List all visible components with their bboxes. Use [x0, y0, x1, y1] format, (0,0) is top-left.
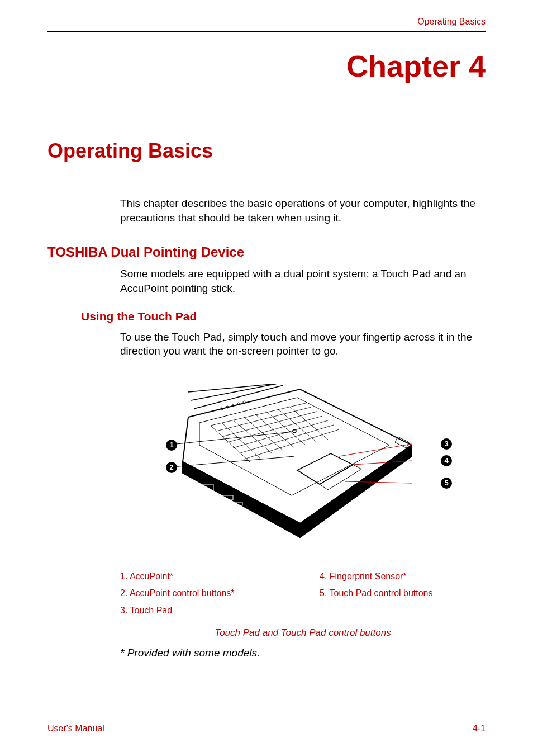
footnote-text: * Provided with some models. [120, 647, 486, 659]
subsubsection-title: Using the Touch Pad [81, 310, 486, 323]
page-footer: User's Manual 4-1 [47, 719, 486, 734]
section-intro-text: This chapter describes the basic operati… [120, 196, 486, 225]
subsubsection-text: To use the Touch Pad, simply touch and m… [120, 330, 486, 358]
footer-manual-name: User's Manual [47, 724, 104, 734]
callout-marker-1: 1 [166, 440, 177, 451]
section-title: Operating Basics [47, 139, 486, 163]
legend-item-1: 1. AccuPoint* [120, 568, 286, 585]
chapter-title: Chapter 4 [47, 49, 486, 83]
laptop-illustration-icon [166, 384, 412, 551]
callout-marker-4: 4 [441, 455, 452, 466]
legend-item-3: 3. Touch Pad [120, 602, 286, 619]
footer-page-number: 4-1 [473, 724, 486, 734]
legend-item-5: 5. Touch Pad control buttons [320, 585, 486, 602]
legend-item-2: 2. AccuPoint control buttons* [120, 585, 286, 602]
laptop-diagram: 1 2 3 4 5 [120, 384, 458, 557]
page-header: Operating Basics [47, 17, 486, 32]
subsection-title: TOSHIBA Dual Pointing Device [47, 244, 486, 260]
figure-caption: Touch Pad and Touch Pad control buttons [120, 627, 486, 639]
callout-marker-3: 3 [441, 438, 452, 450]
svg-line-0 [188, 384, 278, 392]
diagram-legend: 1. AccuPoint* 2. AccuPoint control butto… [120, 568, 486, 619]
subsection-text: Some models are equipped with a dual poi… [120, 267, 486, 295]
legend-item-4: 4. Fingerprint Sensor* [320, 568, 486, 585]
callout-marker-2: 2 [166, 462, 177, 473]
callout-marker-5: 5 [441, 478, 452, 489]
